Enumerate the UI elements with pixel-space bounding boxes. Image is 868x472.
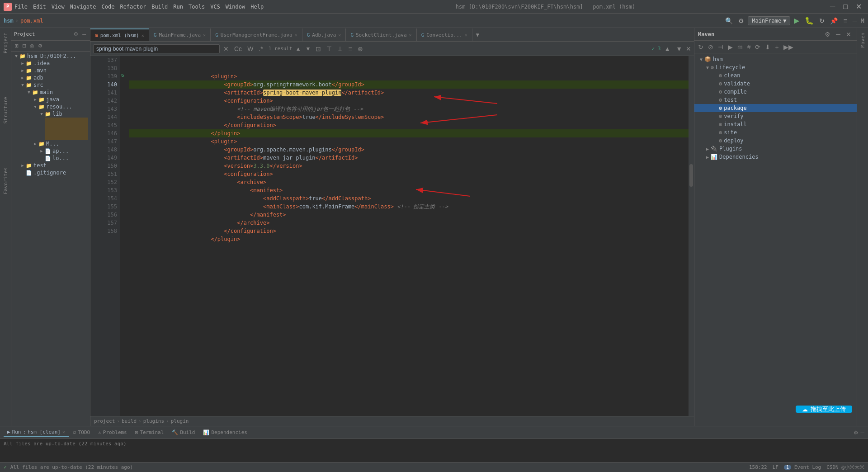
bottom-tab-run[interactable]: ▶ Run : hsm [clean] ✕	[4, 428, 69, 437]
menu-code[interactable]: Code	[102, 4, 115, 10]
tree-toggle-idea[interactable]: ▶	[19, 61, 26, 66]
tree-toggle-ap[interactable]: ▶	[38, 149, 45, 153]
bottom-tab-build[interactable]: 🔨 Build	[168, 429, 198, 436]
close-button[interactable]: ✕	[853, 2, 864, 11]
bottom-minimize-btn[interactable]: ─	[860, 430, 864, 436]
locate-file-btn[interactable]: ◎	[28, 42, 36, 49]
toolbar-minimize-side[interactable]: ─	[851, 16, 859, 25]
toolbar-search-btn[interactable]: 🔍	[723, 16, 735, 25]
search-regex-btn[interactable]: .*	[257, 44, 264, 53]
maximize-button[interactable]: □	[840, 3, 850, 11]
bottom-run-close[interactable]: ✕	[62, 430, 65, 434]
maven-package[interactable]: ⚙ package	[694, 104, 857, 112]
tree-toggle-test[interactable]: ▶	[19, 163, 26, 168]
toolbar-update-btn[interactable]: ↻	[817, 16, 826, 25]
menu-navigate[interactable]: Navigate	[70, 4, 96, 10]
search-next-btn[interactable]: ▼	[304, 45, 312, 53]
maven-settings-btn[interactable]: ⚙	[823, 30, 832, 39]
maven-right-tab[interactable]: Maven	[858, 30, 868, 50]
maven-site[interactable]: ⚙ site	[694, 128, 857, 137]
tab-socket-close[interactable]: ✕	[409, 33, 412, 38]
project-panel-options[interactable]: ⚙	[72, 31, 80, 38]
project-tab[interactable]: Project	[1, 30, 10, 56]
maven-sync-btn[interactable]: ⟳	[753, 42, 762, 52]
search-filter-btn[interactable]: ⊛	[356, 44, 365, 53]
bottom-tab-deps[interactable]: 📊 Dependencies	[199, 429, 250, 436]
tree-toggle-resources[interactable]: ▼	[32, 104, 38, 109]
maven-root[interactable]: ▼ 📦 hsm	[694, 55, 857, 63]
toolbar-more-btn[interactable]: ≡	[841, 16, 849, 25]
tab-usermgmt[interactable]: G UserManagementFrame.java ✕	[211, 28, 302, 41]
maven-test[interactable]: ⚙ test	[694, 96, 857, 104]
tree-toggle-root[interactable]: ▼	[13, 54, 19, 58]
tree-java[interactable]: ▶ 📁 java	[11, 96, 90, 103]
search-close-btn[interactable]: ✕	[686, 45, 691, 52]
tree-toggle-java[interactable]: ▶	[32, 97, 38, 102]
tree-toggle-m[interactable]: ▶	[32, 142, 38, 146]
maven-validate[interactable]: ⚙ validate	[694, 80, 857, 88]
tree-ap[interactable]: ▶ 📄 ap...	[11, 147, 90, 155]
search-clear-btn[interactable]: ✕	[222, 44, 231, 53]
tree-idea[interactable]: ▶ 📁 .idea	[11, 60, 90, 67]
tree-lib[interactable]: ▼ 📁 lib	[11, 110, 90, 118]
debug-button[interactable]: 🐛	[803, 15, 816, 26]
tree-resources[interactable]: ▼ 📁 resou...	[11, 103, 90, 110]
search-opt3-btn[interactable]: ≡	[346, 44, 354, 53]
menu-tools[interactable]: Tools	[189, 4, 205, 10]
tab-socket[interactable]: G SocketClient.java ✕	[346, 28, 416, 41]
structure-tab[interactable]: Structure	[1, 94, 10, 127]
maven-refresh-btn[interactable]: ↻	[696, 42, 705, 52]
tab-convect[interactable]: G Convectio... ✕	[417, 28, 472, 41]
tab-pom-xml[interactable]: m pom.xml (hsm) ✕	[90, 28, 149, 41]
menu-vcs[interactable]: VCS	[210, 4, 220, 10]
search-input[interactable]	[93, 44, 220, 53]
editor-scrollbar[interactable]	[689, 56, 694, 416]
tree-gitignore[interactable]: 📄 .gitignore	[11, 169, 90, 176]
favorites-tab[interactable]: Favorites	[1, 165, 10, 197]
bottom-settings-btn[interactable]: ⚙	[854, 430, 859, 436]
maven-dependencies[interactable]: ▶ 📊 Dependencies	[694, 153, 857, 161]
bottom-tab-problems[interactable]: ⚠ Problems	[94, 429, 131, 436]
maven-plugins-run-btn[interactable]: ▶▶	[782, 42, 795, 52]
bc-plugin[interactable]: plugin	[171, 418, 189, 424]
maven-close-btn[interactable]: ✕	[844, 30, 853, 39]
maven-toggle-root[interactable]: ▼	[698, 57, 704, 62]
maven-verify[interactable]: ⚙ verify	[694, 112, 857, 120]
tab-usermgmt-close[interactable]: ✕	[295, 33, 297, 38]
tabs-more-button[interactable]: ▼	[472, 32, 483, 38]
search-word-btn[interactable]: W	[245, 44, 255, 53]
tab-convect-close[interactable]: ✕	[465, 33, 467, 38]
menu-build[interactable]: Build	[151, 4, 168, 10]
tab-pom-close[interactable]: ✕	[142, 33, 144, 38]
bc-plugins[interactable]: plugins	[143, 418, 164, 424]
minimize-button[interactable]: ─	[827, 3, 838, 11]
maven-clean[interactable]: ⚙ clean	[694, 71, 857, 80]
tree-more1[interactable]: ▶ 📁 M...	[11, 140, 90, 147]
maven-plugins[interactable]: ▶ 🔌 Plugins	[694, 145, 857, 153]
event-log[interactable]: 1 Event Log	[784, 464, 821, 470]
menu-bar[interactable]: File Edit View Navigate Code Refactor Bu…	[14, 4, 264, 10]
expand-all-btn[interactable]: ⊞	[13, 42, 20, 49]
search-case-btn[interactable]: Cc	[232, 44, 244, 53]
maven-deploy[interactable]: ⚙ deploy	[694, 137, 857, 145]
tree-test[interactable]: ▶ 📁 test	[11, 162, 90, 169]
project-tree[interactable]: ▼ 📁 hsm D:/010F2... ▶ 📁 .idea ▶ 📁 .mvn	[11, 52, 90, 426]
tree-src[interactable]: ▼ 📁 src	[11, 81, 90, 89]
search-opt1-btn[interactable]: ⊤	[325, 44, 334, 53]
collapse-all-btn[interactable]: ⊟	[21, 42, 28, 49]
bottom-tab-terminal[interactable]: ⊡ Terminal	[132, 429, 168, 436]
bottom-tab-todo[interactable]: ☑ TODO	[70, 429, 94, 436]
maven-offline-btn[interactable]: ⊘	[706, 42, 715, 52]
menu-run[interactable]: Run	[173, 4, 183, 10]
bc-project[interactable]: project	[94, 418, 115, 424]
maven-download-btn[interactable]: ⬇	[763, 42, 772, 52]
search-up-navigate[interactable]: ▲	[662, 44, 672, 53]
menu-window[interactable]: Window	[226, 4, 245, 10]
tab-mainframe-close[interactable]: ✕	[203, 33, 206, 38]
bc-build[interactable]: build	[122, 418, 137, 424]
tree-toggle-adb[interactable]: ▶	[19, 76, 26, 80]
menu-file[interactable]: File	[14, 4, 28, 10]
run-button[interactable]: ▶	[792, 15, 801, 26]
upload-button[interactable]: ☁ 拖拽至此上传	[796, 406, 852, 413]
maven-toggle-plugins[interactable]: ▶	[704, 146, 711, 151]
